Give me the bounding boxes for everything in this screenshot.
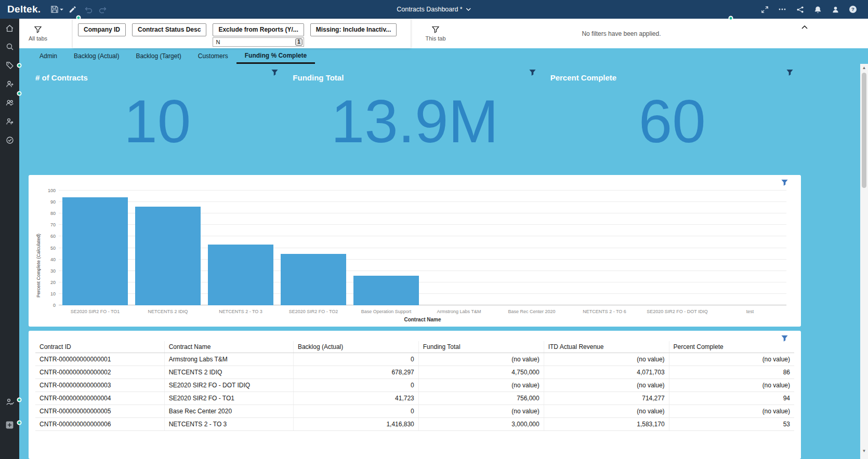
fullscreen-button[interactable] — [756, 0, 773, 19]
table-cell: CNTR-000000000000001 — [35, 353, 164, 366]
scroll-down-arrow[interactable]: ▼ — [860, 447, 868, 455]
more-options-button[interactable] — [773, 0, 791, 19]
bar-slot — [641, 191, 714, 305]
filter-chip[interactable]: Contract Status Desc — [132, 23, 206, 36]
table-cell: (no value) — [418, 379, 544, 392]
user-star-icon — [6, 117, 14, 126]
kpi-title: Percent Complete — [550, 73, 617, 82]
table-cell: 3,000,000 — [418, 418, 544, 431]
y-tick-label: 90 — [40, 199, 56, 205]
y-tick-label: 20 — [40, 280, 56, 285]
pencil-icon — [69, 6, 76, 14]
scroll-up-arrow[interactable]: ▲ — [860, 64, 868, 72]
column-header[interactable]: Funding Total — [418, 341, 544, 353]
table-row[interactable]: CNTR-000000000000001Armstrong Labs T&M0(… — [35, 353, 794, 366]
filter-chip-input[interactable]: N1 — [213, 37, 304, 47]
tab-funding-complete[interactable]: Funding % Complete — [236, 48, 315, 64]
plus-icon — [5, 421, 14, 429]
bar-slot — [495, 191, 568, 305]
x-axis-tick-label: Base Operation Support — [350, 309, 423, 314]
filter-chip-input-value: N — [216, 39, 220, 45]
column-header[interactable]: Backlog (Actual) — [293, 341, 418, 353]
left-sidebar — [0, 19, 19, 459]
bar[interactable] — [281, 254, 346, 305]
x-axis-tick-label: Armstrong Labs T&M — [423, 309, 495, 314]
approvals-button[interactable] — [0, 131, 19, 150]
tag-button[interactable] — [0, 56, 19, 75]
table-cell: (no value) — [544, 405, 669, 418]
bar-slot — [350, 191, 423, 305]
contracts-table-card: Contract IDContract NameBacklog (Actual)… — [29, 331, 801, 459]
add-user-button[interactable] — [0, 75, 19, 93]
table-row[interactable]: CNTR-000000000000005Base Rec Center 2020… — [35, 405, 794, 418]
favorite-users-button[interactable] — [0, 112, 19, 131]
notifications-button[interactable] — [809, 0, 826, 19]
column-header[interactable]: ITD Actual Revenue — [544, 341, 669, 353]
scrollbar-thumb[interactable] — [862, 73, 866, 188]
x-axis-tick-label: NETCENTS 2 - TO 6 — [568, 309, 641, 314]
table-row[interactable]: CNTR-000000000000002NETCENTS 2 IDIQ678,2… — [35, 366, 794, 379]
column-header[interactable]: Contract ID — [35, 341, 164, 353]
table-cell: CNTR-000000000000003 — [35, 379, 164, 392]
column-header[interactable]: Percent Complete — [669, 341, 794, 353]
table-cell: 0 — [293, 405, 418, 418]
share-icon — [796, 6, 804, 14]
search-button[interactable] — [0, 37, 19, 56]
filter-chip[interactable]: Company ID — [78, 23, 126, 36]
table-cell: CNTR-000000000000002 — [35, 366, 164, 379]
bar[interactable] — [62, 197, 128, 305]
table-filter-button[interactable] — [781, 334, 788, 342]
filter-chip[interactable]: Exclude from Reports (Y/... — [213, 23, 304, 36]
funnel-icon — [431, 25, 440, 34]
all-tabs-filter-button[interactable]: All tabs — [19, 19, 57, 48]
tab-backlog-target-[interactable]: Backlog (Target) — [127, 48, 189, 64]
kpi-card: Percent Complete60 — [544, 64, 801, 172]
groups-button[interactable] — [0, 93, 19, 112]
undo-button[interactable] — [80, 0, 96, 19]
table-cell: 714,277 — [544, 392, 669, 405]
tab-admin[interactable]: Admin — [31, 48, 65, 64]
bell-icon — [814, 6, 822, 14]
y-tick-label: 40 — [40, 257, 56, 262]
save-button[interactable] — [49, 0, 64, 19]
y-tick-label: 80 — [40, 211, 56, 216]
chevron-down-icon — [60, 8, 63, 11]
bar[interactable] — [135, 207, 201, 305]
dashboard-title-dropdown[interactable]: Contracts Dashboard * — [397, 0, 471, 19]
filter-chip[interactable]: Missing: Include Inactiv... — [310, 23, 397, 36]
x-axis-labels: SE2020 SIR2 FO - TO1NETCENTS 2 IDIQNETCE… — [59, 309, 786, 314]
table-row[interactable]: CNTR-000000000000006NETCENTS 2 - TO 31,4… — [35, 418, 794, 431]
kpi-filter-button[interactable] — [529, 69, 536, 76]
table-cell: 756,000 — [418, 392, 544, 405]
this-tab-filter-button[interactable]: This tab — [417, 19, 454, 48]
redo-button[interactable] — [96, 0, 111, 19]
column-header[interactable]: Contract Name — [164, 341, 293, 353]
user-check-button[interactable] — [0, 393, 19, 411]
collapse-filter-bar-button[interactable] — [799, 22, 810, 32]
bar[interactable] — [353, 276, 419, 305]
tab-backlog-actual-[interactable]: Backlog (Actual) — [65, 48, 127, 64]
help-button[interactable]: ? — [844, 0, 862, 19]
y-tick-label: 70 — [40, 222, 56, 227]
kpi-filter-button[interactable] — [786, 69, 794, 76]
kpi-filter-button[interactable] — [271, 69, 279, 76]
add-button[interactable] — [0, 415, 19, 434]
edit-button[interactable] — [64, 0, 80, 19]
table-cell: (no value) — [544, 353, 669, 366]
chart-filter-button[interactable] — [781, 179, 788, 186]
bar-slot — [204, 191, 277, 305]
table-cell: 4,750,000 — [418, 366, 544, 379]
bar[interactable] — [208, 245, 273, 305]
x-axis-tick-label: SE2020 SIR2 FO - TO1 — [59, 309, 131, 314]
table-cell: 86 — [669, 366, 794, 379]
table-row[interactable]: CNTR-000000000000003SE2020 SIR2 FO - DOT… — [35, 379, 794, 392]
account-button[interactable] — [826, 0, 844, 19]
vertical-scrollbar[interactable]: ▲ ▼ — [860, 64, 868, 459]
table-cell: 53 — [669, 418, 794, 431]
home-button[interactable] — [0, 19, 19, 37]
share-button[interactable] — [791, 0, 809, 19]
table-row[interactable]: CNTR-000000000000004SE2020 SIR2 FO - TO1… — [35, 392, 794, 405]
tab-customers[interactable]: Customers — [190, 48, 236, 64]
kpi-title: Funding Total — [293, 73, 344, 82]
table-cell: SE2020 SIR2 FO - TO1 — [164, 392, 293, 405]
